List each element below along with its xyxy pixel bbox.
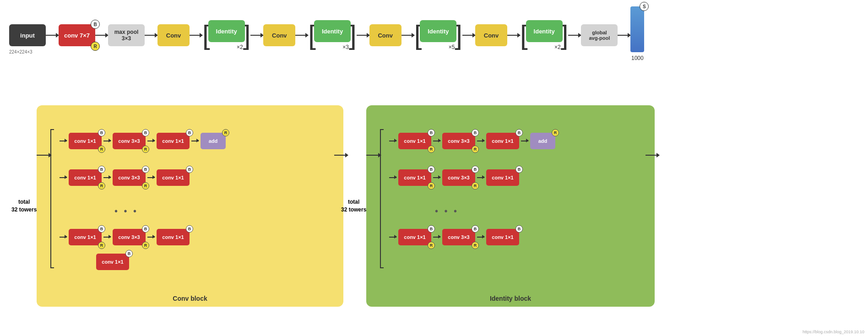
identity-block-total-label: total32 towers — [341, 198, 366, 214]
badge-b: B — [142, 225, 149, 233]
arrow-12 — [618, 35, 630, 36]
conv-block-r2-conv1: conv 1×1 B R — [69, 169, 102, 186]
badge-b: B — [428, 225, 435, 233]
identity-block-r2-conv1: conv 1×1 B R — [398, 169, 431, 186]
arrow-4 — [190, 35, 202, 36]
badge-r: R — [428, 146, 435, 153]
conv7-badge-b: B — [91, 20, 100, 29]
arrow-5 — [250, 35, 263, 36]
badge-b: B — [186, 225, 193, 233]
identity2-label: Identity — [322, 28, 343, 35]
badge-b: B — [186, 129, 193, 136]
conv-block-r2-conv3: conv 1×1 B — [157, 169, 190, 186]
identity-block-add: add R — [530, 133, 555, 149]
badge-b: B — [98, 166, 105, 173]
conv-block-r3-conv3: conv 1×1 B — [157, 229, 190, 245]
conv3-label: Conv — [272, 32, 287, 39]
conv4-label: Conv — [378, 32, 393, 39]
badge-b: B — [186, 166, 193, 173]
badge-b: B — [428, 129, 435, 136]
badge-r: R — [98, 182, 105, 190]
badge-r: R — [472, 242, 479, 249]
identity-block-title: Identity block — [366, 295, 655, 302]
identity-block-r3-conv3: conv 1×1 B — [486, 229, 519, 245]
identity3-node: Identity — [420, 20, 456, 42]
badge-b: B — [515, 166, 523, 173]
identity-block-input-arrow — [366, 155, 381, 156]
identity-block-r1-conv3: conv 1×1 B — [486, 133, 519, 149]
output-badge-s: S — [640, 2, 649, 11]
badge-b: B — [515, 225, 523, 233]
input-label: input — [20, 32, 35, 39]
identity4-label: Identity — [534, 28, 555, 35]
url-watermark: https://blog.csdn.blog_2019.10.10 — [803, 330, 864, 334]
global-label: globalavg-pool — [589, 30, 610, 41]
badge-r: R — [428, 242, 435, 249]
identity3-label: Identity — [428, 28, 449, 35]
badge-r: R — [98, 146, 105, 153]
badge-r: R — [428, 182, 435, 190]
arrow-6 — [295, 35, 308, 36]
arrow-10 — [507, 35, 520, 36]
identity4-node: Identity — [526, 20, 563, 42]
conv-block-r3-conv1: conv 1×1 B R — [69, 229, 102, 245]
conv-block-shortcut-conv: conv 1×1 B — [96, 254, 129, 270]
top-diagram: input 224×224×3 conv 7×7 B R max pool3×3… — [9, 18, 644, 52]
conv3-node: Conv — [263, 24, 295, 46]
badge-r: R — [98, 242, 105, 249]
bracket-group-1: [ Identity ×2 ] — [202, 20, 250, 50]
badge-r: R — [552, 129, 559, 136]
identity-block-r1-conv2: conv 3×3 B R — [442, 133, 475, 149]
arrow-3 — [145, 35, 157, 36]
maxpool-label: max pool3×3 — [114, 29, 139, 42]
arrow-1 — [46, 35, 59, 36]
identity-block-r2-conv3: conv 1×1 B — [486, 169, 519, 186]
maxpool-node: max pool3×3 — [108, 24, 145, 46]
identity-block-row-1: conv 1×1 B R conv 3×3 B R conv 1×1 B — [389, 133, 555, 149]
badge-r: R — [142, 182, 149, 190]
global-avgpool-node: globalavg-pool — [581, 24, 618, 46]
identity1-label: Identity — [216, 28, 237, 35]
identity-block-r3-conv2: conv 3×3 B R — [442, 229, 475, 245]
conv-block-row-2: conv 1×1 B R conv 3×3 B R conv 1×1 B — [60, 169, 190, 186]
conv-block-r3-conv2: conv 3×3 B R — [113, 229, 146, 245]
badge-b: B — [98, 129, 105, 136]
badge-r: R — [472, 146, 479, 153]
conv7-node: conv 7×7 — [59, 24, 95, 46]
bracket-group-2: [ Identity ×3 ] — [308, 20, 356, 50]
conv-block-row-1: conv 1×1 B R conv 3×3 B R conv 1×1 B — [60, 133, 226, 149]
identity-block-row-2: conv 1×1 B R conv 3×3 B R conv 1×1 B — [389, 169, 519, 186]
conv-block-total-label: total32 towers — [11, 198, 37, 214]
conv-block-output-arrow — [334, 155, 348, 156]
identity1-node: Identity — [208, 20, 245, 42]
identity-block-r1-conv1: conv 1×1 B R — [398, 133, 431, 149]
conv-block-diagram: total32 towers conv 1×1 B R conv — [37, 105, 343, 307]
output-label: 1000 — [631, 55, 644, 61]
identity-block-dots: • • • — [435, 206, 459, 217]
badge-b: B — [428, 166, 435, 173]
badge-r: R — [222, 129, 229, 136]
conv5-node: Conv — [475, 24, 507, 46]
arrow-9 — [462, 35, 475, 36]
identity-block-r2-conv2: conv 3×3 B R — [442, 169, 475, 186]
output-bar: S — [630, 6, 644, 52]
badge-b: B — [142, 129, 149, 136]
conv2-label: Conv — [166, 32, 181, 39]
badge-r: R — [142, 242, 149, 249]
badge-b: B — [472, 129, 479, 136]
conv-block-input-arrow — [37, 155, 51, 156]
input-sublabel: 224×224×3 — [9, 49, 33, 54]
conv-block-shortcut: conv 1×1 B — [96, 254, 129, 270]
identity-block-r3-conv1: conv 1×1 B R — [398, 229, 431, 245]
identity-block-row-3: conv 1×1 B R conv 3×3 B R conv 1×1 B — [389, 229, 519, 245]
conv5-label: Conv — [484, 32, 499, 39]
identity2-node: Identity — [314, 20, 351, 42]
conv-block-r1-conv1: conv 1×1 B R — [69, 133, 102, 149]
conv-block-r1-conv3: conv 1×1 B — [157, 133, 190, 149]
conv-block-add: add R — [201, 133, 226, 149]
arrow-11 — [568, 35, 581, 36]
arrow-2 — [95, 35, 108, 36]
bracket-group-4: [ Identity ×2 ] — [520, 20, 568, 50]
badge-b: B — [142, 166, 149, 173]
badge-r: R — [142, 146, 149, 153]
